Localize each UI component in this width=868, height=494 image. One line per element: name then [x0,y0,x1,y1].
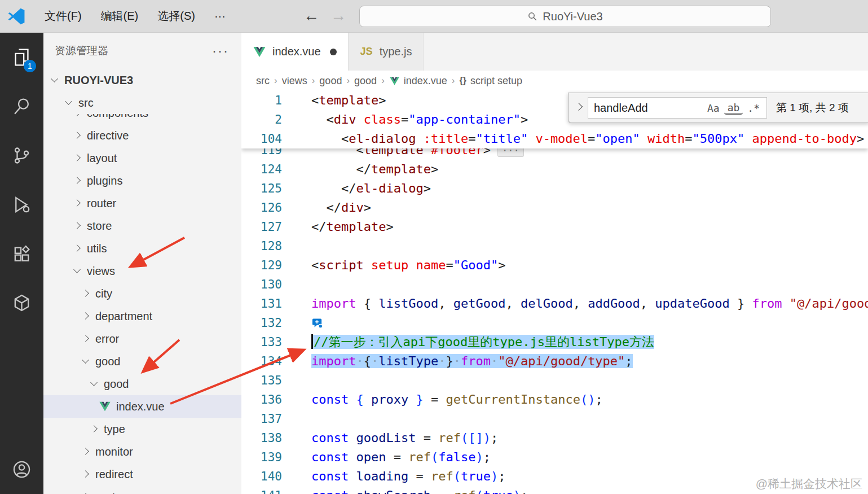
menu-edit[interactable]: 编辑(E) [91,0,148,32]
tree-item-city[interactable]: city [43,282,241,305]
find-input[interactable]: handleAdd Aa ab .* [588,97,767,119]
chevron-right-icon [73,154,82,163]
source-control-icon[interactable] [0,131,43,180]
line-number: 124 [241,160,282,179]
tree-root-ruoyi-vue3[interactable]: RUOYI-VUE3 [43,69,241,91]
tree-item-components[interactable]: components [43,114,241,124]
tree-item-department[interactable]: department [43,305,241,327]
vscode-window: 文件(F) 编辑(E) 选择(S) ··· ← → RuoYi-Vue3 1 [0,0,868,494]
code-line[interactable]: 138 const goodList = ref([]); [241,429,868,448]
tree-item-utils[interactable]: utils [43,237,241,260]
breadcrumb-src[interactable]: src [256,75,270,87]
tree-item-label: router [87,197,116,210]
tree-item-label: plugins [87,174,122,187]
breadcrumb-index-vue[interactable]: index.vue [389,75,447,87]
breadcrumb-good[interactable]: good [319,75,342,87]
code-line[interactable]: 139 const open = ref(false); [241,448,868,467]
chevron-right-icon [73,132,82,140]
match-case-button[interactable]: Aa [704,102,723,115]
line-number: 131 [241,294,282,313]
code-line[interactable]: 131 import { listGood, getGood, delGood,… [241,294,868,313]
modified-dot-icon[interactable] [330,49,337,55]
command-center-search[interactable]: RuoYi-Vue3 [359,6,771,27]
regex-button[interactable]: .* [744,102,763,115]
chevron-right-icon [90,425,99,434]
tree-item-src[interactable]: src [43,91,241,114]
code-line[interactable]: 130 [241,275,868,294]
find-query-text[interactable]: handleAdd [594,102,703,115]
folded-region-ellipsis[interactable]: ··· [497,148,524,157]
code-line[interactable]: 126 </div> [241,198,868,217]
tree-item-label: components [87,114,148,120]
extensions-icon[interactable] [0,229,43,278]
code-line[interactable]: 104 <el-dialog :title="title" v-model="o… [241,129,868,148]
line-content: const showSearch = ref(true); [282,486,528,494]
ai-assistant-icon[interactable] [0,278,43,327]
breadcrumb-good-2[interactable]: good [354,75,377,87]
vue-file-icon [389,76,400,86]
tree-item-label: src [78,97,94,110]
sidebar-more-actions[interactable]: ··· [212,43,229,59]
menu-more[interactable]: ··· [205,0,235,32]
tree-item-plugins[interactable]: plugins [43,169,241,192]
breadcrumb-views[interactable]: views [282,75,307,87]
tree-item-system[interactable]: system [43,486,241,494]
whole-word-button[interactable]: ab [724,101,743,115]
code-line[interactable]: 135 [241,371,868,390]
tree-item-directive[interactable]: directive [43,124,241,147]
menu-selection[interactable]: 选择(S) [148,0,205,32]
title-bar: 文件(F) 编辑(E) 选择(S) ··· ← → RuoYi-Vue3 [0,0,868,33]
code-line[interactable]: 132 [241,313,868,333]
tree-item-redirect[interactable]: redirect [43,463,241,486]
line-number: 132 [241,313,282,333]
code-line[interactable]: 119 <template #footer>··· [241,148,868,160]
line-content: const { proxy } = getCurrentInstance(); [282,390,603,409]
breadcrumb: src › views › good › good › index.vue › … [241,71,868,91]
breadcrumb-separator: › [307,75,320,86]
menu-file[interactable]: 文件(F) [35,0,91,32]
tree-item-layout[interactable]: layout [43,147,241,169]
tree-item-good[interactable]: good [43,373,241,395]
search-sidebar-icon[interactable] [0,82,43,131]
line-number: 104 [241,129,282,148]
code-line[interactable]: 136 const { proxy } = getCurrentInstance… [241,390,868,409]
tree-item-router[interactable]: router [43,192,241,215]
editor-group: index.vue JS type.js src › views › good … [241,33,868,494]
code-line[interactable]: 134 import·{·listType·}·from·"@/api/good… [241,352,868,371]
tree-item-label: store [87,220,112,233]
chevron-right-icon [82,335,90,343]
tree-item-error[interactable]: error [43,327,241,350]
file-tree: components directive layout plugins rout… [43,114,241,494]
tab-type-js[interactable]: JS type.js [349,33,424,71]
tree-item-views[interactable]: views [43,260,241,282]
line-number: 137 [241,409,282,429]
code-line[interactable]: 133 //第一步：引入api下good里的type.js里的listType方… [241,333,868,352]
tree-item-good[interactable]: good [43,350,241,373]
explorer-sidebar: 资源管理器 ··· RUOYI-VUE3 src components dire… [43,33,241,494]
chevron-down-icon [51,76,59,85]
code-line[interactable]: 128 [241,237,868,256]
nav-back-button[interactable]: ← [300,5,323,27]
breadcrumb-script-setup[interactable]: {} script setup [460,75,523,87]
code-line[interactable]: 127 </template> [241,217,868,237]
tree-item-index-vue[interactable]: index.vue [43,395,241,418]
run-debug-icon[interactable] [0,180,43,229]
find-toggle-replace-chevron[interactable] [573,102,585,114]
code-editor[interactable]: 1 <template> 2 <div class="app-container… [241,91,868,494]
tree-item-label: monitor [95,445,133,458]
code-line[interactable]: 125 </el-dialog> [241,179,868,198]
text-cursor [311,334,313,349]
tab-index-vue[interactable]: index.vue [241,33,349,71]
line-content: </template> [282,217,394,237]
explorer-icon[interactable]: 1 [0,33,43,82]
tree-item-type[interactable]: type [43,418,241,440]
line-number: 141 [241,486,282,494]
code-line[interactable]: 124 </template> [241,160,868,179]
code-line[interactable]: 137 [241,409,868,429]
code-assist-icon[interactable] [311,317,323,329]
command-center-text: RuoYi-Vue3 [543,10,602,23]
tree-item-store[interactable]: store [43,215,241,237]
tree-item-monitor[interactable]: monitor [43,440,241,463]
code-line[interactable]: 129 <script setup name="Good"> [241,256,868,275]
account-icon[interactable] [0,445,43,494]
